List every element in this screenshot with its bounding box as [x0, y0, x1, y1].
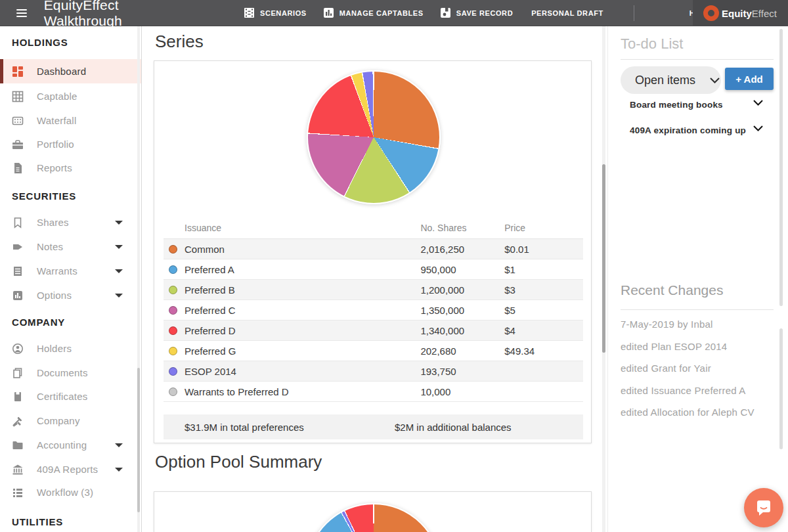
chat-bubble-icon — [755, 499, 773, 517]
sidebar-item-warrants[interactable]: Warrants — [0, 259, 141, 283]
tools-icon — [12, 415, 24, 427]
table-row[interactable]: Common 2,016,250 $0.01 — [164, 239, 583, 259]
sidebar-scrollbar-thumb[interactable] — [137, 368, 140, 512]
section-title-company: COMPANY — [12, 317, 65, 328]
series-pie-chart — [307, 70, 441, 204]
recent-change-item[interactable]: edited Plan ESOP 2014 — [621, 341, 727, 352]
recent-change-item[interactable]: edited Issuance Preferred A — [621, 385, 746, 396]
folder-icon — [12, 439, 24, 451]
main-scrollbar-thumb[interactable] — [602, 164, 605, 353]
col-no-shares: No. Shares — [420, 223, 504, 233]
main-content: Series Issuance No. Shares Price Common … — [142, 26, 607, 532]
open-items-dropdown[interactable]: Open items — [621, 66, 721, 94]
recent-scrollbar[interactable] — [779, 328, 783, 449]
right-panel: To-do List Open items + Add Board meetin… — [607, 26, 788, 532]
series-color-dot — [169, 326, 177, 335]
bank-icon — [12, 464, 24, 476]
expand-caret-icon[interactable] — [115, 294, 123, 298]
sidebar-item-options[interactable]: Options — [0, 283, 141, 307]
chevron-down-icon[interactable] — [753, 125, 763, 131]
series-color-dot — [169, 367, 177, 376]
sidebar-item-409a-reports[interactable]: 409A Reports — [0, 457, 141, 481]
sidebar-item-accounting[interactable]: Accounting — [0, 433, 141, 457]
expand-caret-icon[interactable] — [115, 269, 123, 273]
certificate-icon — [12, 391, 24, 403]
hamburger-menu-icon[interactable] — [16, 7, 27, 19]
table-row[interactable]: Preferred D 1,340,000 $4 — [164, 321, 583, 341]
film-strip-icon — [244, 8, 254, 18]
scenarios-button[interactable]: SCENARIOS — [244, 8, 307, 18]
table-row[interactable]: Preferred A 950,000 $1 — [164, 259, 583, 280]
recent-changes-heading: Recent Changes — [621, 282, 723, 298]
table-row[interactable]: Preferred C 1,350,000 $5 — [164, 300, 583, 321]
table-header: Issuance No. Shares Price — [164, 217, 583, 239]
chat-launcher-button[interactable] — [744, 488, 783, 527]
option-pool-heading: Option Pool Summary — [155, 452, 322, 472]
sidebar-item-reports[interactable]: Reports — [0, 156, 141, 180]
expand-caret-icon[interactable] — [115, 221, 123, 225]
divider — [621, 59, 774, 60]
personal-draft-label[interactable]: PERSONAL DRAFT — [531, 9, 603, 17]
add-todo-button[interactable]: + Add — [725, 68, 774, 90]
table-grid-icon — [12, 91, 24, 102]
expand-caret-icon[interactable] — [115, 443, 123, 447]
bar-chart-icon — [324, 8, 334, 18]
todo-item[interactable]: Board meeting books — [630, 100, 765, 110]
sidebar-item-shares[interactable]: Shares — [0, 210, 141, 234]
floppy-disk-icon — [441, 8, 450, 18]
option-pool-pie-chart — [306, 503, 441, 532]
recent-change-item[interactable]: 7-May-2019 by Inbal — [621, 319, 713, 330]
dashboard-icon — [12, 66, 24, 78]
logo-text-light: Effect — [752, 8, 777, 19]
topbar-divider — [634, 5, 634, 21]
chevron-down-icon — [710, 78, 720, 83]
table-row[interactable]: Preferred B 1,200,000 $3 — [164, 280, 583, 300]
tag-icon — [12, 241, 24, 253]
table-row[interactable]: Preferred G 202,680 $49.34 — [164, 341, 583, 361]
total-preferences: $31.9M in total preferences — [185, 422, 395, 433]
briefcase-icon — [12, 139, 24, 150]
series-color-dot — [169, 286, 177, 294]
table-row[interactable]: Warrants to Preferred D 10,000 — [164, 382, 583, 402]
recent-change-item[interactable]: edited Allocation for Aleph CV — [621, 407, 755, 418]
document-icon — [12, 162, 24, 174]
todo-item[interactable]: 409A expiration coming up — [630, 125, 765, 135]
col-issuance: Issuance — [185, 223, 420, 233]
expand-caret-icon[interactable] — [115, 468, 123, 472]
sidebar-item-certificates[interactable]: Certificates — [0, 384, 141, 409]
sidebar-item-portfolio[interactable]: Portfolio — [0, 132, 141, 156]
sidebar-item-holders[interactable]: Holders — [0, 336, 141, 361]
todo-scrollbar[interactable] — [779, 29, 783, 306]
col-price: Price — [504, 223, 583, 233]
manage-captables-button[interactable]: MANAGE CAPTABLES — [324, 8, 424, 18]
workflow-list-icon — [12, 487, 24, 499]
series-color-dot — [169, 388, 177, 396]
bookmark-icon — [12, 217, 24, 229]
sidebar-item-company[interactable]: Company — [0, 409, 141, 433]
series-color-dot — [169, 347, 177, 355]
chart-icon — [12, 290, 24, 301]
top-bar: EquityEffect Walkthrough SCENARIOS MANAG… — [0, 0, 788, 26]
save-record-button[interactable]: SAVE RECORD — [441, 8, 513, 18]
sidebar-item-workflow[interactable]: Workflow (3) — [0, 480, 141, 504]
sidebar-item-captable[interactable]: Captable — [0, 84, 141, 108]
additional-balances: $2M in additional balances — [395, 422, 512, 433]
waterfall-icon — [12, 115, 24, 127]
sidebar-item-documents[interactable]: Documents — [0, 361, 141, 385]
table-footer: $31.9M in total preferences $2M in addit… — [164, 414, 583, 439]
series-color-dot — [169, 306, 177, 315]
table-row[interactable]: ESOP 2014 193,750 — [164, 361, 583, 382]
expand-caret-icon[interactable] — [115, 245, 123, 249]
series-color-dot — [169, 245, 177, 254]
chevron-down-icon[interactable] — [753, 100, 763, 106]
sidebar-item-notes[interactable]: Notes — [0, 234, 141, 259]
left-sidebar: HOLDINGS Dashboard Captable Waterfall — [0, 26, 142, 532]
receipt-icon — [12, 265, 24, 277]
divider — [621, 309, 774, 310]
recent-change-item[interactable]: edited Grant for Yair — [621, 363, 711, 374]
sidebar-item-dashboard[interactable]: Dashboard — [0, 59, 141, 83]
sidebar-item-waterfall[interactable]: Waterfall — [0, 108, 141, 133]
todo-list-heading: To-do List — [621, 35, 683, 53]
section-title-utilities: UTILITIES — [12, 516, 63, 527]
app-title: EquityEffect Walkthrough — [44, 0, 167, 29]
